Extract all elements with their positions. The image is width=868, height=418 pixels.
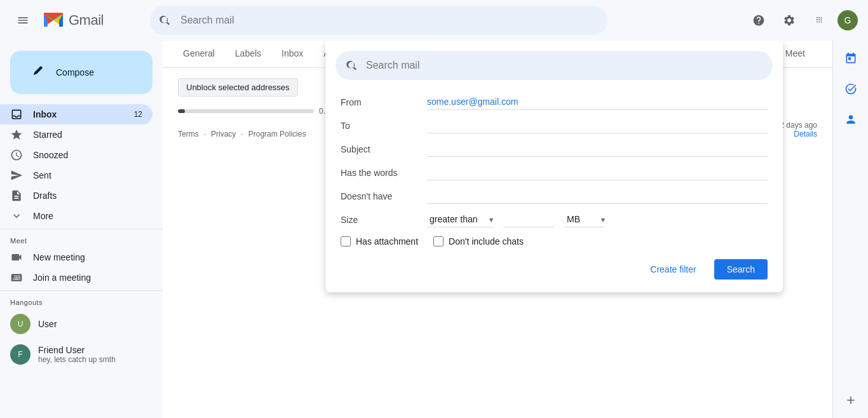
subject-field-row: Subject [325,137,783,161]
new-meeting-label: New meeting [33,252,85,262]
hangout-name-1: User [38,319,57,329]
search-button[interactable]: Search [714,259,768,280]
calendar-icon-button[interactable] [838,46,864,71]
from-label: From [341,97,417,107]
divider2 [0,290,163,291]
size-unit-wrapper: MB KB Bytes ▾ [564,212,605,227]
settings-button[interactable] [776,8,802,33]
search-icon [159,14,172,27]
size-field-row: Size greater than less than ▾ MB KB Byte… [325,208,783,231]
hangout-avatar-1: U [10,314,31,334]
hangout-item-1[interactable]: U User [0,309,163,339]
hangout-sub-2: hey, lets catch up smth [38,355,116,364]
content-area: General Labels Inbox Accounts and Import… [163,41,832,418]
sidebar-item-snoozed[interactable]: Snoozed [0,145,153,165]
checkbox-row: Has attachment Don't include chats [325,231,783,252]
subject-label: Subject [341,144,417,154]
to-label: To [341,121,417,131]
compose-icon [25,61,48,84]
plus-icon [844,394,857,407]
details-link[interactable]: Details [794,130,817,138]
keyboard-icon [10,271,23,284]
sidebar-item-more-label: More [33,211,53,221]
search-dropdown-icon [346,59,358,72]
apps-button[interactable] [807,8,832,33]
help-button[interactable] [746,8,771,33]
size-value-input[interactable] [503,212,554,227]
compose-button[interactable]: Compose [10,51,153,94]
tab-inbox[interactable]: Inbox [271,41,313,68]
sidebar-item-starred[interactable]: Starred [0,125,153,145]
size-comparator-wrapper: greater than less than ▾ [427,212,493,227]
doesnt-have-input[interactable] [427,188,768,204]
hamburger-menu-button[interactable] [10,8,36,33]
size-label: Size [341,215,417,225]
search-top-input[interactable] [366,60,763,71]
doesnt-have-field-row: Doesn't have [325,184,783,208]
tasks-icon [844,83,857,95]
to-input[interactable] [427,118,768,133]
sidebar-item-sent-label: Sent [33,170,51,180]
sidebar-item-sent[interactable]: Sent [0,165,153,185]
privacy-link[interactable]: Privacy [211,130,236,138]
contacts-icon-button[interactable] [838,107,864,132]
divider [0,229,163,229]
sidebar-item-more[interactable]: More [0,206,153,226]
has-words-input[interactable] [427,165,768,180]
storage-fill [178,109,185,113]
from-input[interactable] [427,94,768,110]
gmail-logo: Gmail [41,8,104,33]
star-icon [10,128,23,141]
meet-section-header: Meet [0,232,163,247]
sidebar-item-new-meeting[interactable]: New meeting [0,247,153,267]
search-dropdown: From To Subject Has the words Doesn't ha… [325,41,783,292]
terms-link[interactable]: Terms [178,130,199,138]
search-bar-wrapper [150,6,607,35]
add-icon-button[interactable] [838,388,864,413]
hangout-name-2: Friend User [38,345,116,355]
unblock-selected-button[interactable]: Unblock selected addresses [178,78,298,97]
has-attachment-checkbox[interactable] [341,236,351,246]
topbar: Gmail G [0,0,868,41]
sidebar: Compose Inbox 12 Starred Snoozed [0,41,163,418]
from-field-row: From [325,90,783,114]
size-unit-select[interactable]: MB KB Bytes [564,212,605,227]
hangout-item-2[interactable]: F Friend User hey, lets catch up smth [0,339,163,370]
hangouts-section-header: Hangouts [0,293,163,309]
size-comparator-select[interactable]: greater than less than [427,212,493,227]
tab-labels[interactable]: Labels [225,41,271,68]
topbar-left: Gmail [10,8,150,33]
video-icon [10,251,23,264]
more-chevron-icon [10,210,23,222]
sidebar-item-starred-label: Starred [33,130,62,140]
draft-icon [10,189,23,202]
sidebar-item-join-meeting[interactable]: Join a meeting [0,267,153,288]
hangout-avatar-2: F [10,344,31,365]
sidebar-item-drafts[interactable]: Drafts [0,185,153,206]
create-filter-button[interactable]: Create filter [640,259,706,280]
has-attachment-label[interactable]: Has attachment [341,236,418,246]
policies-link[interactable]: Program Policies [248,130,306,138]
tab-general[interactable]: General [173,41,225,68]
clock-icon [10,149,23,161]
right-panel [832,41,868,418]
avatar[interactable]: G [837,10,858,30]
has-words-field-row: Has the words [325,161,783,184]
gmail-m-icon [41,8,66,33]
dont-include-chats-checkbox[interactable] [433,236,444,246]
search-input[interactable] [150,6,607,35]
dont-include-chats-label[interactable]: Don't include chats [433,236,524,246]
storage-bar [178,109,314,113]
tasks-icon-button[interactable] [838,76,864,102]
inbox-icon [10,108,23,121]
gmail-title: Gmail [69,12,104,29]
topbar-right: G [746,8,858,33]
subject-input[interactable] [427,141,768,157]
send-icon [10,169,23,182]
main-layout: Compose Inbox 12 Starred Snoozed [0,41,868,418]
sidebar-item-inbox[interactable]: Inbox 12 [0,104,153,125]
sidebar-item-snoozed-label: Snoozed [33,150,68,160]
footer-links: Terms · Privacy · Program Policies [178,130,306,138]
inbox-badge: 12 [134,110,142,119]
to-field-row: To [325,114,783,137]
